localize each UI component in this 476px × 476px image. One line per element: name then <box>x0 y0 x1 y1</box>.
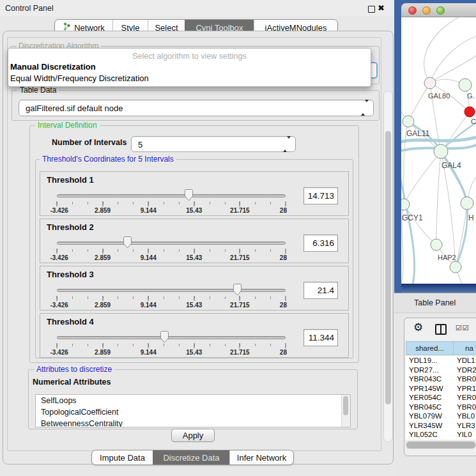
numerical-attributes-list[interactable]: SelfLoops TopologicalCoefficient Between… <box>35 394 351 427</box>
cell[interactable]: YBR0 <box>455 403 476 412</box>
table-row[interactable]: YPR145WYPR1 <box>406 384 476 394</box>
thresholds-group-label: Threshold's Coordinates for 5 Intervals <box>40 155 176 164</box>
slider-tick-labels: -3.426 2.859 9.144 15.43 21.715 28 <box>57 207 286 215</box>
slider-ticks <box>57 343 286 349</box>
tab-discretize-data[interactable]: Discretize Data <box>153 450 229 464</box>
slider-track[interactable] <box>57 336 286 339</box>
table-row[interactable]: YIL052CYIL0 <box>406 430 476 440</box>
cell[interactable]: YER0 <box>455 393 476 403</box>
table-row[interactable]: YER054CYER0 <box>406 393 476 403</box>
number-of-intervals-label: Number of Intervals <box>52 138 127 147</box>
cell[interactable]: YBL079W <box>406 411 455 421</box>
cell[interactable]: YLR3 <box>455 421 475 431</box>
option-manual-discretization[interactable]: Manual Discretization <box>10 62 96 72</box>
node-gal80[interactable] <box>424 77 436 89</box>
table-row[interactable]: YBL079WYBL0 <box>406 411 476 421</box>
column-header-name[interactable]: na <box>453 341 476 355</box>
threshold-4-value-field[interactable]: 11.344 <box>303 329 338 346</box>
network-graph: GAL80 G. C GAL11 GAL4 GCY1 H HAP2 <box>401 17 476 284</box>
cell[interactable]: YBR045C <box>406 403 455 412</box>
table-horizontal-scrollbar[interactable] <box>406 441 476 449</box>
table-row[interactable]: YDR27...YDR2 <box>406 365 476 375</box>
cell[interactable]: YBL0 <box>455 411 475 421</box>
node-label: GAL80 <box>428 92 450 100</box>
threshold-2-value-field[interactable]: 6.316 <box>303 234 338 252</box>
network-view-window[interactable]: GAL80 G. C GAL11 GAL4 GCY1 H HAP2 <box>401 3 476 293</box>
threshold-3-slider[interactable] <box>57 284 286 296</box>
node-gal11[interactable] <box>403 116 414 127</box>
cell[interactable]: YDL19... <box>406 356 455 365</box>
tick-label: 9.144 <box>141 207 157 214</box>
node-h[interactable] <box>461 197 473 210</box>
option-equal-width-frequency[interactable]: Equal Width/Frequency Discretization <box>10 73 149 83</box>
node-bottom[interactable] <box>450 261 461 273</box>
slider-track[interactable] <box>57 289 286 292</box>
node-selected-red[interactable] <box>464 107 475 117</box>
panel-vertical-scrollbar[interactable] <box>383 91 393 442</box>
scrollbar-thumb[interactable] <box>385 131 391 404</box>
tick-label: 15.43 <box>186 254 202 261</box>
slider-track[interactable] <box>57 194 286 197</box>
cell[interactable]: YIL0 <box>455 430 472 440</box>
thresholds-group: Threshold's Coordinates for 5 Intervals … <box>35 159 353 358</box>
list-item[interactable]: SelfLoops <box>36 395 350 406</box>
tick-label: 2.859 <box>95 254 111 261</box>
tick-label: -3.426 <box>50 254 68 261</box>
cell[interactable]: YPR145W <box>406 384 455 394</box>
list-scrollbar[interactable] <box>341 395 350 427</box>
minimize-traffic-light-icon[interactable] <box>422 6 431 15</box>
column-header-shared-name[interactable]: shared... <box>406 341 454 355</box>
network-window-titlebar[interactable] <box>401 3 476 17</box>
cell[interactable]: YLR345W <box>406 421 455 431</box>
table-row[interactable]: YLR345WYLR3 <box>406 421 476 431</box>
cell[interactable]: YIL052C <box>406 430 455 440</box>
cell[interactable]: YDR2 <box>455 365 476 375</box>
gear-icon[interactable]: ⚙ <box>413 321 423 334</box>
cell[interactable]: YDR27... <box>406 365 455 375</box>
cell[interactable]: YER054C <box>406 393 455 403</box>
attributes-group-label: Attributes to discretize <box>34 365 114 374</box>
cell[interactable]: YBR043C <box>406 374 455 384</box>
cell[interactable]: YPR1 <box>455 384 476 394</box>
apply-button[interactable]: Apply <box>171 429 215 442</box>
node-label: GAL4 <box>441 161 461 170</box>
node-gal4[interactable] <box>434 144 448 158</box>
combo-stepper-icon <box>283 139 291 150</box>
cell[interactable]: YBR0 <box>455 374 476 384</box>
algorithm-placeholder: Select algorithm to view settings <box>8 52 371 61</box>
scrollbar-thumb[interactable] <box>406 441 475 449</box>
close-traffic-light-icon[interactable] <box>408 6 417 15</box>
slider-track[interactable] <box>57 242 286 245</box>
threshold-4-slider[interactable] <box>57 331 286 344</box>
select-columns-checkboxes-icon[interactable]: ☑☑ <box>456 324 470 332</box>
list-item[interactable]: BetweennessCentrality <box>36 418 350 427</box>
zoom-traffic-light-icon[interactable] <box>436 6 445 15</box>
tick-label: -3.426 <box>50 207 68 214</box>
table-panel-title: Table Panel <box>414 293 456 313</box>
list-item[interactable]: TopologicalCoefficient <box>36 406 350 418</box>
tick-label: 9.144 <box>141 302 157 309</box>
tab-impute-data[interactable]: Impute Data <box>92 450 153 464</box>
threshold-3-value-field[interactable]: 21.4 <box>303 282 338 299</box>
threshold-1-slider[interactable] <box>57 189 286 202</box>
threshold-1-value-field[interactable]: 14.713 <box>303 187 338 204</box>
number-of-intervals-combobox[interactable]: 5 <box>131 136 296 152</box>
table-row[interactable]: YDL19...YDL1 <box>406 356 476 365</box>
tick-label: -3.426 <box>50 302 68 309</box>
network-canvas[interactable]: GAL80 G. C GAL11 GAL4 GCY1 H HAP2 <box>401 17 476 284</box>
tab-infer-network-label: Infer Network <box>237 453 286 463</box>
cell[interactable]: YDL1 <box>455 356 475 365</box>
columns-icon[interactable] <box>435 324 447 335</box>
float-window-icon[interactable] <box>368 6 375 13</box>
table-row[interactable]: YBR045CYBR0 <box>406 403 476 412</box>
attributes-group: Attributes to discretize Numerical Attri… <box>28 369 358 429</box>
close-icon[interactable]: ✖ <box>378 3 385 13</box>
threshold-2-slider[interactable] <box>57 236 286 249</box>
interval-definition-label: Interval Definition <box>35 121 100 130</box>
node-gcy1[interactable] <box>401 199 410 210</box>
table-data-combobox[interactable]: galFiltered.sif default node <box>19 100 374 116</box>
node-partial-top-right[interactable] <box>459 79 472 91</box>
tab-infer-network[interactable]: Infer Network <box>229 450 293 464</box>
table-row[interactable]: YBR043CYBR0 <box>406 374 476 384</box>
node-hap2[interactable] <box>431 239 442 250</box>
